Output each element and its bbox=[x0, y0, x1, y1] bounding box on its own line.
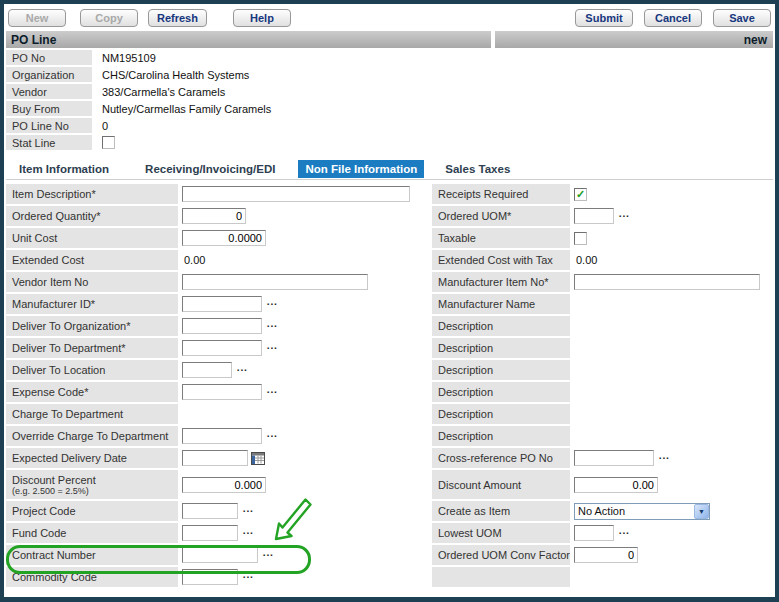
manufacturer-item-no-input[interactable] bbox=[574, 274, 760, 290]
contract-number-input[interactable] bbox=[182, 547, 258, 563]
toolbar-button-new[interactable]: New bbox=[8, 9, 66, 27]
field-value-organization: CHS/Carolina Health Systems bbox=[92, 69, 249, 81]
deliver-to-organization-input[interactable] bbox=[182, 318, 262, 334]
description-row: Description bbox=[432, 382, 773, 402]
lookup-dots-icon[interactable]: ▪▪▪ bbox=[263, 552, 274, 558]
lookup-dots-icon[interactable]: ▪▪▪ bbox=[267, 433, 278, 439]
lookup-dots-icon[interactable]: ▪▪▪ bbox=[267, 345, 278, 351]
toolbar-button-help[interactable]: Help bbox=[233, 9, 291, 27]
tab-item-information[interactable]: Item Information bbox=[12, 160, 116, 178]
field-value-ordered-uom: ▪▪▪ bbox=[570, 208, 773, 224]
field-label-extended-cost: Extended Cost bbox=[6, 250, 178, 270]
lookup-dots-icon[interactable]: ▪▪▪ bbox=[619, 530, 630, 536]
field-label-deliver-to-department: Deliver To Department* bbox=[6, 338, 178, 358]
toolbar-left-group: NewCopyRefreshHelp bbox=[8, 9, 291, 27]
field-value-stat-line bbox=[92, 136, 115, 149]
toolbar-button-refresh[interactable]: Refresh bbox=[148, 9, 207, 27]
field-label-ordered-quantity: Ordered Quantity* bbox=[6, 206, 178, 226]
field-value-po-no: NM195109 bbox=[92, 52, 156, 64]
taxable-checkbox[interactable] bbox=[574, 232, 587, 245]
toolbar-button-save[interactable]: Save bbox=[713, 9, 771, 27]
item-description-input[interactable] bbox=[182, 186, 410, 202]
lookup-dots-icon[interactable]: ▪▪▪ bbox=[267, 389, 278, 395]
expense-code-row: Expense Code*▪▪▪ bbox=[6, 382, 428, 402]
field-label-description: Description bbox=[432, 316, 570, 336]
tab-non-file-information[interactable]: Non File Information bbox=[298, 160, 424, 178]
field-label-ordered-uom-conv-factor: Ordered UOM Conv Factor bbox=[432, 545, 570, 565]
field-label-receipts-required: Receipts Required bbox=[432, 184, 570, 204]
ordered-uom-input[interactable] bbox=[574, 208, 614, 224]
unit-cost-input[interactable] bbox=[182, 230, 266, 246]
field-label-discount-percent: Discount Percent(e.g. 2.500 = 2.5%) bbox=[6, 470, 178, 499]
field-value-expected-delivery-date bbox=[178, 450, 428, 466]
field-label-override-charge-to-department: Override Charge To Department bbox=[6, 426, 178, 446]
tab-sales-taxes[interactable]: Sales Taxes bbox=[438, 160, 517, 178]
lookup-dots-icon[interactable]: ▪▪▪ bbox=[243, 574, 254, 580]
deliver-to-department-input[interactable] bbox=[182, 340, 262, 356]
lookup-dots-icon[interactable]: ▪▪▪ bbox=[243, 508, 254, 514]
field-label-description: Description bbox=[432, 360, 570, 380]
field-value-ordered-quantity bbox=[178, 208, 428, 224]
field-value-lowest-uom: ▪▪▪ bbox=[570, 525, 773, 541]
field-label-unit-cost: Unit Cost bbox=[6, 228, 178, 248]
field-value-contract-number: ▪▪▪ bbox=[178, 547, 428, 563]
chevron-down-icon[interactable]: ▼ bbox=[694, 504, 709, 519]
expense-code-input[interactable] bbox=[182, 384, 262, 400]
field-label-buy-from: Buy From bbox=[6, 101, 92, 116]
field-value-commodity-code: ▪▪▪ bbox=[178, 569, 428, 585]
override-charge-to-department-input[interactable] bbox=[182, 428, 262, 444]
stat-line-checkbox[interactable] bbox=[102, 136, 115, 149]
lookup-dots-icon[interactable]: ▪▪▪ bbox=[267, 301, 278, 307]
lookup-dots-icon[interactable]: ▪▪▪ bbox=[243, 530, 254, 536]
vendor-item-no-input[interactable] bbox=[182, 274, 368, 290]
lowest-uom-input[interactable] bbox=[574, 525, 614, 541]
discount-percent-row: Discount Percent(e.g. 2.500 = 2.5%) bbox=[6, 470, 428, 499]
project-code-row: Project Code▪▪▪ bbox=[6, 501, 428, 521]
expected-delivery-date-input[interactable] bbox=[182, 450, 248, 466]
lookup-dots-icon[interactable]: ▪▪▪ bbox=[659, 455, 670, 461]
project-code-input[interactable] bbox=[182, 503, 238, 519]
status-badge: new bbox=[744, 33, 767, 47]
title-bar-right-segment: new bbox=[495, 31, 773, 48]
lookup-dots-icon[interactable]: ▪▪▪ bbox=[267, 323, 278, 329]
field-label-manufacturer-item-no: Manufacturer Item No* bbox=[432, 272, 570, 292]
toolbar-button-cancel[interactable]: Cancel bbox=[644, 9, 702, 27]
fund-code-input[interactable] bbox=[182, 525, 238, 541]
field-label-description: Description bbox=[432, 404, 570, 424]
extended-cost-row: Extended Cost0.00 bbox=[6, 250, 428, 270]
title-bar-left-segment: PO Line bbox=[6, 31, 491, 48]
extended-cost-with-tax-value: 0.00 bbox=[574, 254, 597, 266]
app-window: NewCopyRefreshHelp SubmitCancelSave PO L… bbox=[0, 0, 779, 602]
commodity-code-row: Commodity Code▪▪▪ bbox=[6, 567, 428, 587]
toolbar-button-copy[interactable]: Copy bbox=[80, 9, 138, 27]
lookup-dots-icon[interactable]: ▪▪▪ bbox=[237, 367, 248, 373]
field-label-stat-line: Stat Line bbox=[6, 135, 92, 150]
commodity-code-input[interactable] bbox=[182, 569, 238, 585]
calendar-icon[interactable] bbox=[251, 452, 265, 465]
field-label-description: Description bbox=[432, 382, 570, 402]
discount-percent-input[interactable] bbox=[182, 477, 266, 493]
tab-receiving-invoicing-edi[interactable]: Receiving/Invoicing/EDI bbox=[138, 160, 282, 178]
form-right-column: Receipts Required✓Ordered UOM*▪▪▪Taxable… bbox=[432, 184, 773, 589]
field-label-description: Description bbox=[432, 426, 570, 446]
field-value-item-description bbox=[178, 186, 428, 202]
manufacturer-name-row: Manufacturer Name bbox=[432, 294, 773, 314]
lookup-dots-icon[interactable]: ▪▪▪ bbox=[619, 213, 630, 219]
manufacturer-id-input[interactable] bbox=[182, 296, 262, 312]
fund-code-row: Fund Code▪▪▪ bbox=[6, 523, 428, 543]
po-header-row-buy-from: Buy FromNutley/Carmellas Family Caramels bbox=[6, 101, 773, 116]
deliver-to-location-input[interactable] bbox=[182, 362, 232, 378]
create-as-item-select[interactable]: No Action▼ bbox=[574, 503, 710, 520]
po-header-row-vendor: Vendor383/Carmella's Caramels bbox=[6, 84, 773, 99]
receipts-required-checkbox[interactable]: ✓ bbox=[574, 188, 587, 201]
discount-amount-input[interactable] bbox=[574, 477, 658, 493]
po-header-row-organization: OrganizationCHS/Carolina Health Systems bbox=[6, 67, 773, 82]
ordered-quantity-input[interactable] bbox=[182, 208, 246, 224]
create-as-item-row: Create as ItemNo Action▼ bbox=[432, 501, 773, 521]
cross-reference-po-no-input[interactable] bbox=[574, 450, 654, 466]
extended-cost-value: 0.00 bbox=[182, 254, 205, 266]
toolbar-button-submit[interactable]: Submit bbox=[575, 9, 633, 27]
ordered-uom-conv-factor-input[interactable] bbox=[574, 547, 638, 563]
field-value-create-as-item: No Action▼ bbox=[570, 503, 773, 520]
field-value-receipts-required: ✓ bbox=[570, 188, 773, 201]
